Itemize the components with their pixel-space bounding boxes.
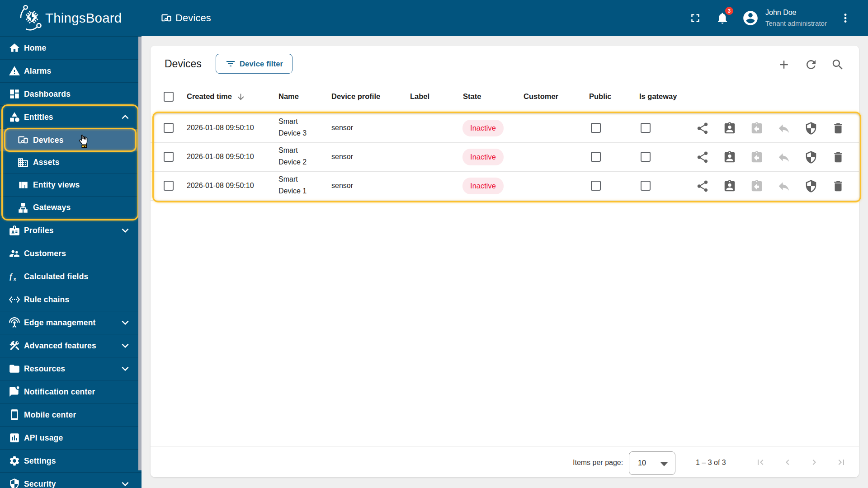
svg-text:f: f (9, 272, 13, 281)
svg-text:x: x (14, 276, 16, 282)
